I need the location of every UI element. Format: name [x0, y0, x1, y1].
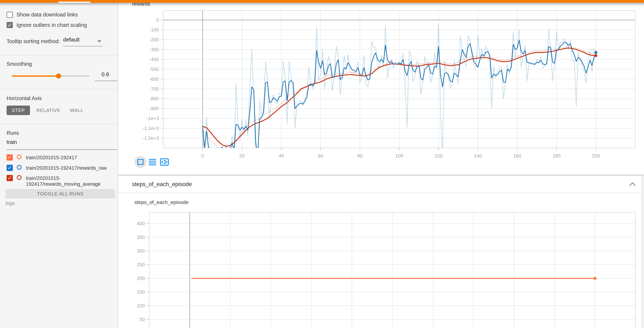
svg-text:-100: -100: [150, 27, 159, 32]
lines-icon[interactable]: [149, 159, 156, 165]
axis-relative-button[interactable]: RELATIVE: [36, 106, 60, 115]
runs-filter-input[interactable]: train: [6, 139, 117, 145]
runs-label: Runs: [6, 130, 19, 136]
svg-text:-400: -400: [150, 57, 159, 62]
section-header-steps-of-each-episode[interactable]: steps_of_each_episode: [118, 176, 642, 193]
svg-text:-700: -700: [150, 86, 159, 92]
svg-text:140: 140: [474, 153, 482, 159]
svg-text:160: 160: [513, 153, 521, 159]
svg-text:200: 200: [137, 276, 145, 281]
svg-text:100: 100: [395, 153, 403, 159]
svg-text:-900: -900: [150, 106, 159, 111]
svg-text:-1.1e+3: -1.1e+3: [142, 126, 159, 131]
top-orange-bar: [0, 0, 644, 3]
svg-text:-200: -200: [150, 37, 159, 42]
toggle-all-runs-button[interactable]: TOGGLE ALL RUNS: [6, 189, 115, 198]
topbar-shadow: [0, 3, 644, 6]
smoothing-label: Smoothing: [6, 61, 32, 67]
divider: [0, 55, 118, 55]
run-label: train/20201015-192417: [26, 155, 118, 161]
run-color-swatch[interactable]: [17, 175, 22, 180]
svg-text:300: 300: [137, 248, 145, 254]
run-checkbox[interactable]: ✓: [6, 165, 13, 171]
svg-text:180: 180: [552, 153, 560, 159]
run-label: train/20201015-192417/rewards_raw: [26, 165, 118, 171]
ignore-outliers-label: Ignore outliers in chart scaling: [16, 22, 87, 28]
svg-text:100: 100: [137, 303, 145, 309]
chevron-up-icon[interactable]: [628, 181, 636, 188]
svg-text:-500: -500: [150, 66, 159, 72]
run-label: train/20201015-192417/rewards_moving_ave…: [26, 175, 118, 187]
svg-text:350: 350: [137, 234, 145, 240]
tooltip-sorting-label: Tooltip sorting method:: [6, 38, 60, 44]
smoothing-slider[interactable]: [12, 74, 90, 78]
run-checkbox[interactable]: ✓: [6, 175, 13, 181]
value-underline: [95, 81, 117, 81]
slider-knob[interactable]: [56, 73, 61, 79]
runs-filter-underline: [6, 149, 117, 150]
svg-text:250: 250: [137, 262, 145, 267]
run-checkbox[interactable]: ✓: [6, 154, 13, 161]
logs-label: logs: [6, 200, 15, 206]
rewards-chart[interactable]: 0-100-200-300-400-500-600-700-800-900-1e…: [118, 5, 644, 170]
fullscreen-icon[interactable]: [134, 156, 146, 168]
svg-text:60: 60: [318, 153, 323, 159]
chevron-down-icon: [97, 40, 101, 42]
axis-step-button[interactable]: STEP: [6, 106, 30, 115]
divider: [118, 193, 644, 193]
svg-text:-300: -300: [150, 47, 159, 52]
smoothing-value-field[interactable]: 0.6: [95, 71, 117, 77]
svg-text:120: 120: [435, 153, 442, 159]
svg-text:80: 80: [357, 153, 362, 159]
steps-chart[interactable]: 40035030025020015010050: [118, 197, 644, 328]
tooltip-sorting-value: default: [63, 36, 102, 43]
divider: [0, 124, 118, 124]
divider: [0, 89, 118, 89]
select-underline: [63, 46, 102, 46]
section-title: steps_of_each_episode: [132, 181, 192, 187]
svg-text:0: 0: [201, 153, 204, 159]
settings-sidebar: Show data download links ✓ Ignore outlie…: [0, 0, 118, 328]
svg-text:400: 400: [137, 221, 145, 226]
show-download-links-label: Show data download links: [16, 12, 78, 18]
run-color-swatch[interactable]: [17, 165, 22, 170]
svg-text:200: 200: [592, 153, 600, 159]
axis-wall-button[interactable]: WALL: [68, 106, 86, 115]
svg-text:150: 150: [137, 289, 145, 295]
active-tab-underline: [58, 2, 90, 3]
show-download-links-checkbox[interactable]: [6, 12, 13, 18]
svg-text:-1e+3: -1e+3: [147, 116, 159, 121]
scrollbar[interactable]: [642, 176, 644, 328]
svg-text:40: 40: [279, 153, 284, 159]
fit-domain-icon[interactable]: [160, 158, 169, 166]
scalars-dashboard: rewards 0-100-200-300-400-500-600-700-80…: [118, 0, 644, 328]
tooltip-sorting-select[interactable]: default: [63, 36, 102, 43]
svg-text:50: 50: [140, 317, 145, 322]
divider: [118, 174, 644, 176]
smoothing-value: 0.6: [95, 71, 117, 77]
horizontal-axis-label: Horizontal Axis: [6, 95, 42, 101]
svg-text:20: 20: [239, 153, 245, 159]
svg-text:-600: -600: [150, 76, 159, 82]
slider-fill: [12, 75, 58, 77]
svg-text:0: 0: [156, 17, 159, 23]
tensorboard-app: Show data download links ✓ Ignore outlie…: [0, 0, 644, 328]
svg-text:-1.2e+3: -1.2e+3: [142, 135, 159, 141]
svg-text:-800: -800: [150, 96, 159, 101]
run-color-swatch[interactable]: [17, 155, 22, 159]
ignore-outliers-checkbox[interactable]: ✓: [6, 22, 13, 28]
